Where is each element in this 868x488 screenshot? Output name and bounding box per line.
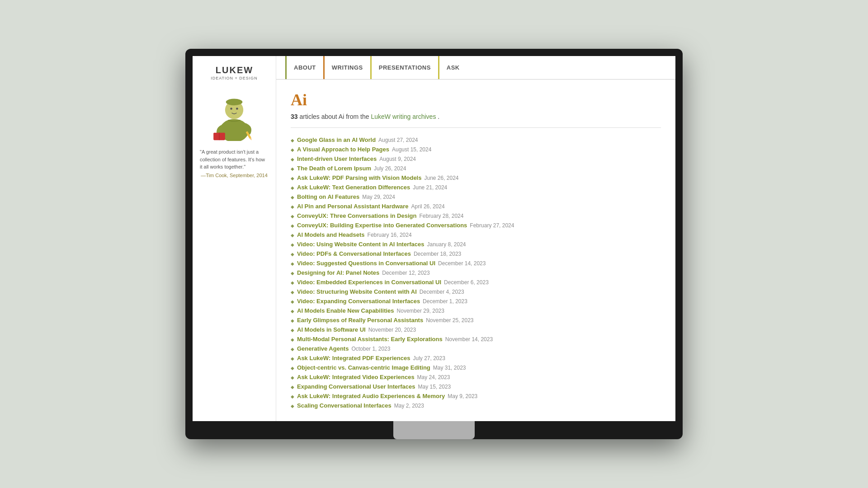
- bullet-icon: ◆: [291, 204, 294, 209]
- bullet-icon: ◆: [291, 385, 294, 389]
- bullet-icon: ◆: [291, 309, 294, 314]
- logo-text: LUKEW: [211, 65, 258, 75]
- bullet-icon: ◆: [291, 290, 294, 295]
- bullet-icon: ◆: [291, 166, 294, 171]
- article-link[interactable]: Video: Expanding Conversational Interfac…: [297, 298, 420, 305]
- list-item: ◆Video: Expanding Conversational Interfa…: [291, 296, 661, 306]
- article-link[interactable]: AI Models and Headsets: [297, 231, 365, 238]
- article-date: July 27, 2023: [413, 355, 445, 361]
- article-link[interactable]: Video: PDFs & Conversational Interfaces: [297, 250, 411, 257]
- bullet-icon: ◆: [291, 185, 294, 190]
- article-link[interactable]: Bolting on AI Features: [297, 193, 359, 200]
- article-link[interactable]: Multi-Modal Personal Assistants: Early E…: [297, 336, 443, 343]
- nav-presentations[interactable]: PRESENTATIONS: [370, 56, 438, 79]
- bullet-icon: ◆: [291, 337, 294, 342]
- bullet-icon: ◆: [291, 356, 294, 361]
- list-item: ◆Video: Embedded Experiences in Conversa…: [291, 277, 661, 287]
- bullet-icon: ◆: [291, 271, 294, 276]
- article-date: December 18, 2023: [414, 251, 461, 257]
- list-item: ◆AI Models and HeadsetsFebruary 16, 2024: [291, 230, 661, 239]
- article-link[interactable]: Early Glimpses of Really Personal Assist…: [297, 317, 423, 324]
- article-date: November 20, 2023: [368, 327, 416, 333]
- bullet-icon: ◆: [291, 328, 294, 333]
- article-date: April 26, 2024: [411, 203, 445, 210]
- article-date: August 15, 2024: [392, 146, 431, 153]
- bullet-icon: ◆: [291, 242, 294, 247]
- nav-about[interactable]: ABOUT: [285, 56, 323, 79]
- list-item: ◆Intent-driven User InterfacesAugust 9, …: [291, 154, 661, 164]
- article-link[interactable]: AI Models in Software UI: [297, 326, 366, 333]
- article-date: February 16, 2024: [368, 232, 412, 238]
- article-link[interactable]: Video: Suggested Questions in Conversati…: [297, 260, 435, 267]
- list-item: ◆Early Glimpses of Really Personal Assis…: [291, 315, 661, 325]
- list-item: ◆AI Pin and Personal Assistant HardwareA…: [291, 202, 661, 211]
- list-item: ◆Google Glass in an AI WorldAugust 27, 2…: [291, 135, 661, 145]
- list-item: ◆Expanding Conversational User Interface…: [291, 382, 661, 391]
- article-date: February 27, 2024: [470, 222, 514, 229]
- quote-text: "A great product isn't just a collection…: [200, 148, 269, 171]
- article-link[interactable]: Ask LukeW: Integrated Video Experiences: [297, 374, 415, 380]
- article-date: August 9, 2024: [379, 156, 416, 162]
- logo[interactable]: LUKEW IDEATION + DESIGN: [211, 65, 258, 80]
- bullet-icon: ◆: [291, 299, 294, 304]
- article-link[interactable]: Scaling Conversational Interfaces: [297, 402, 392, 409]
- article-date: May 9, 2023: [448, 393, 477, 399]
- article-date: May 31, 2023: [433, 365, 466, 371]
- article-link[interactable]: Expanding Conversational User Interfaces: [297, 383, 415, 390]
- article-date: June 21, 2024: [413, 184, 447, 191]
- nav-writings[interactable]: WRITINGS: [323, 56, 370, 79]
- article-link[interactable]: ConveyUX: Three Conversations in Design: [297, 212, 416, 219]
- main-content: ABOUT WRITINGS PRESENTATIONS ASK Ai 33: [276, 56, 675, 421]
- bullet-icon: ◆: [291, 404, 294, 408]
- bullet-icon: ◆: [291, 214, 294, 219]
- article-date: June 26, 2024: [424, 175, 458, 181]
- list-item: ◆Video: Suggested Questions in Conversat…: [291, 258, 661, 268]
- list-item: ◆Ask LukeW: Integrated Audio Experiences…: [291, 391, 661, 401]
- bullet-icon: ◆: [291, 280, 294, 285]
- article-link[interactable]: Generative Agents: [297, 345, 349, 352]
- article-link[interactable]: ConveyUX: Building Expertise into Genera…: [297, 222, 467, 229]
- article-date: December 4, 2023: [420, 289, 464, 295]
- page-body: Ai 33 articles about Ai from the LukeW w…: [276, 80, 675, 421]
- logo-subtitle: IDEATION + DESIGN: [211, 76, 258, 80]
- nav-ask[interactable]: ASK: [438, 56, 467, 79]
- article-link[interactable]: Video: Structuring Website Content with …: [297, 288, 417, 295]
- list-item: ◆Video: Using Website Content in AI Inte…: [291, 239, 661, 249]
- bullet-icon: ◆: [291, 138, 294, 143]
- bullet-icon: ◆: [291, 347, 294, 352]
- article-date: November 14, 2023: [445, 336, 493, 343]
- article-date: May 15, 2023: [418, 384, 451, 390]
- article-link[interactable]: A Visual Approach to Help Pages: [297, 146, 389, 153]
- article-link[interactable]: Google Glass in an AI World: [297, 136, 376, 143]
- article-date: November 29, 2023: [397, 308, 444, 314]
- list-item: ◆ConveyUX: Three Conversations in Design…: [291, 211, 661, 221]
- list-item: ◆Ask LukeW: Integrated PDF ExperiencesJu…: [291, 353, 661, 363]
- article-date: December 12, 2023: [382, 270, 429, 276]
- article-date: December 6, 2023: [444, 279, 489, 286]
- article-link[interactable]: The Death of Lorem Ipsum: [297, 165, 371, 172]
- article-link[interactable]: Designing for AI: Panel Notes: [297, 269, 379, 276]
- article-link[interactable]: AI Models Enable New Capabilities: [297, 307, 394, 314]
- monitor-screen: LUKEW IDEATION + DESIGN: [193, 56, 675, 421]
- article-link[interactable]: Video: Using Website Content in AI Inter…: [297, 241, 424, 248]
- list-item: ◆Video: Structuring Website Content with…: [291, 287, 661, 296]
- article-link[interactable]: AI Pin and Personal Assistant Hardware: [297, 203, 409, 210]
- list-item: ◆Ask LukeW: Text Generation DifferencesJ…: [291, 183, 661, 192]
- nav-bar: ABOUT WRITINGS PRESENTATIONS ASK: [276, 56, 675, 80]
- article-link[interactable]: Ask LukeW: Integrated Audio Experiences …: [297, 393, 445, 399]
- article-link[interactable]: Ask LukeW: Text Generation Differences: [297, 184, 410, 191]
- list-item: ◆Ask LukeW: PDF Parsing with Vision Mode…: [291, 173, 661, 183]
- article-link[interactable]: Video: Embedded Experiences in Conversat…: [297, 279, 441, 286]
- list-item: ◆Generative AgentsOctober 1, 2023: [291, 344, 661, 353]
- article-link[interactable]: Object-centric vs. Canvas-centric Image …: [297, 364, 430, 371]
- bullet-icon: ◆: [291, 394, 294, 399]
- archive-link[interactable]: LukeW writing archives: [371, 113, 436, 120]
- article-link[interactable]: Ask LukeW: PDF Parsing with Vision Model…: [297, 174, 421, 181]
- article-link[interactable]: Ask LukeW: Integrated PDF Experiences: [297, 355, 410, 361]
- article-link[interactable]: Intent-driven User Interfaces: [297, 155, 377, 162]
- list-item: ◆Designing for AI: Panel NotesDecember 1…: [291, 268, 661, 277]
- list-item: ◆AI Models in Software UINovember 20, 20…: [291, 325, 661, 334]
- sidebar: LUKEW IDEATION + DESIGN: [193, 56, 276, 421]
- monitor-frame: LUKEW IDEATION + DESIGN: [185, 49, 683, 439]
- page-title: Ai: [291, 90, 661, 109]
